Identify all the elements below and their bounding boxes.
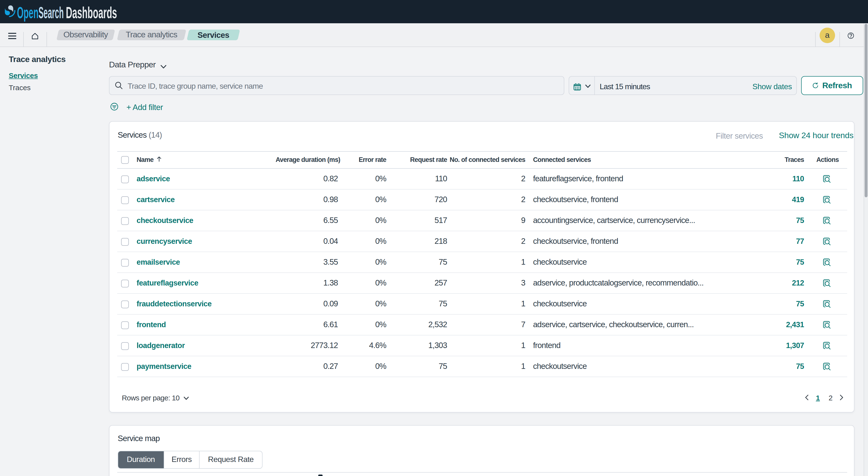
svg-text:Dashboards: Dashboards (66, 4, 117, 22)
svg-text:Open: Open (17, 4, 38, 22)
svg-text:Search: Search (38, 4, 64, 22)
